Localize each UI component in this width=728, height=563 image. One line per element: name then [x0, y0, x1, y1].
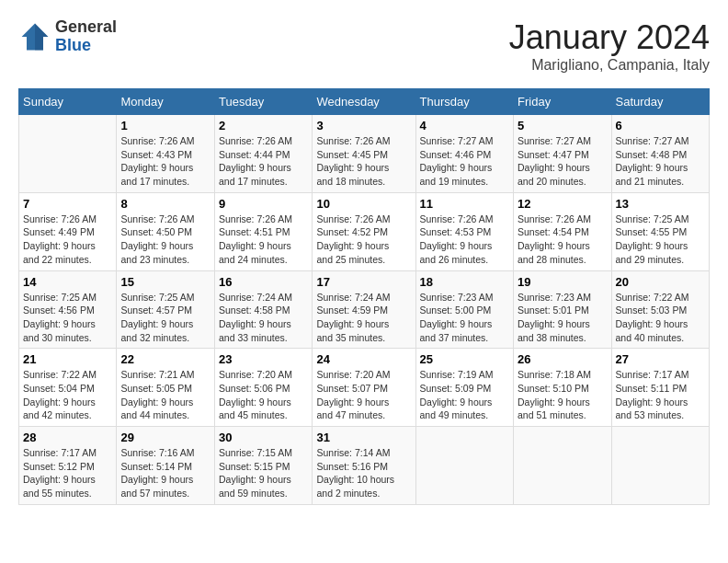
cell-date: 5 [518, 119, 607, 132]
cell-date: 18 [420, 275, 509, 289]
week-row-3: 14Sunrise: 7:25 AMSunset: 4:56 PMDayligh… [19, 270, 710, 349]
cell-date: 15 [120, 275, 210, 289]
cell-info: Sunrise: 7:26 AMSunset: 4:45 PMDaylight:… [316, 134, 411, 189]
calendar-cell: 6Sunrise: 7:27 AMSunset: 4:48 PMDaylight… [611, 115, 710, 193]
cell-info: Sunrise: 7:17 AMSunset: 5:12 PMDaylight:… [23, 446, 112, 500]
cell-date: 2 [219, 119, 308, 132]
calendar-cell: 31Sunrise: 7:14 AMSunset: 5:16 PMDayligh… [313, 427, 415, 505]
cell-date: 3 [316, 119, 411, 132]
calendar-cell: 4Sunrise: 7:27 AMSunset: 4:46 PMDaylight… [415, 115, 513, 193]
calendar-cell: 21Sunrise: 7:22 AMSunset: 5:04 PMDayligh… [19, 349, 117, 427]
calendar-cell: 30Sunrise: 7:15 AMSunset: 5:15 PMDayligh… [214, 427, 312, 505]
cell-date: 11 [420, 197, 509, 211]
calendar-cell: 18Sunrise: 7:23 AMSunset: 5:00 PMDayligh… [415, 270, 513, 349]
cell-info: Sunrise: 7:14 AMSunset: 5:16 PMDaylight:… [316, 446, 411, 500]
cell-date: 31 [316, 431, 411, 444]
cell-info: Sunrise: 7:26 AMSunset: 4:54 PMDaylight:… [518, 213, 607, 267]
cell-date: 8 [120, 197, 210, 211]
cell-date: 16 [219, 275, 308, 289]
calendar-cell: 11Sunrise: 7:26 AMSunset: 4:53 PMDayligh… [415, 192, 513, 270]
cell-info: Sunrise: 7:27 AMSunset: 4:47 PMDaylight:… [518, 134, 607, 189]
cell-date: 24 [316, 352, 411, 366]
cell-info: Sunrise: 7:18 AMSunset: 5:10 PMDaylight:… [518, 368, 607, 422]
calendar-cell: 15Sunrise: 7:25 AMSunset: 4:57 PMDayligh… [117, 270, 214, 349]
calendar-cell: 25Sunrise: 7:19 AMSunset: 5:09 PMDayligh… [415, 349, 513, 427]
cell-info: Sunrise: 7:24 AMSunset: 4:59 PMDaylight:… [316, 291, 411, 345]
logo-text: General Blue [55, 18, 117, 55]
cell-info: Sunrise: 7:17 AMSunset: 5:11 PMDaylight:… [616, 368, 706, 422]
column-header-sunday: Sunday [19, 89, 117, 115]
cell-info: Sunrise: 7:25 AMSunset: 4:55 PMDaylight:… [616, 213, 706, 267]
header-row: SundayMondayTuesdayWednesdayThursdayFrid… [19, 89, 710, 115]
calendar-cell: 9Sunrise: 7:26 AMSunset: 4:51 PMDaylight… [214, 192, 312, 270]
cell-date: 21 [23, 352, 112, 366]
cell-info: Sunrise: 7:26 AMSunset: 4:51 PMDaylight:… [219, 213, 308, 267]
calendar-cell [415, 427, 513, 505]
calendar-cell [19, 115, 117, 193]
calendar-cell: 8Sunrise: 7:26 AMSunset: 4:50 PMDaylight… [117, 192, 214, 270]
calendar-cell: 26Sunrise: 7:18 AMSunset: 5:10 PMDayligh… [514, 349, 611, 427]
column-header-friday: Friday [514, 89, 611, 115]
cell-info: Sunrise: 7:22 AMSunset: 5:03 PMDaylight:… [616, 291, 706, 345]
subtitle: Marigliano, Campania, Italy [509, 57, 710, 74]
cell-info: Sunrise: 7:26 AMSunset: 4:49 PMDaylight:… [23, 213, 112, 267]
calendar-cell: 28Sunrise: 7:17 AMSunset: 5:12 PMDayligh… [19, 427, 117, 505]
cell-info: Sunrise: 7:25 AMSunset: 4:57 PMDaylight:… [120, 291, 210, 345]
cell-info: Sunrise: 7:15 AMSunset: 5:15 PMDaylight:… [219, 446, 308, 500]
cell-info: Sunrise: 7:26 AMSunset: 4:53 PMDaylight:… [420, 213, 509, 267]
calendar-cell: 10Sunrise: 7:26 AMSunset: 4:52 PMDayligh… [313, 192, 415, 270]
cell-date: 22 [120, 352, 210, 366]
logo-blue: Blue [55, 37, 117, 55]
logo-general: General [55, 18, 117, 37]
calendar-cell: 14Sunrise: 7:25 AMSunset: 4:56 PMDayligh… [19, 270, 117, 349]
calendar-cell: 24Sunrise: 7:20 AMSunset: 5:07 PMDayligh… [313, 349, 415, 427]
calendar-cell: 12Sunrise: 7:26 AMSunset: 4:54 PMDayligh… [514, 192, 611, 270]
cell-info: Sunrise: 7:23 AMSunset: 5:00 PMDaylight:… [420, 291, 509, 345]
cell-info: Sunrise: 7:27 AMSunset: 4:48 PMDaylight:… [616, 134, 706, 189]
cell-date: 10 [316, 197, 411, 211]
cell-info: Sunrise: 7:24 AMSunset: 4:58 PMDaylight:… [219, 291, 308, 345]
calendar-cell [514, 427, 611, 505]
calendar-body: 1Sunrise: 7:26 AMSunset: 4:43 PMDaylight… [19, 115, 710, 505]
main-title: January 2024 [509, 18, 710, 57]
cell-info: Sunrise: 7:26 AMSunset: 4:43 PMDaylight:… [120, 134, 210, 189]
cell-info: Sunrise: 7:21 AMSunset: 5:05 PMDaylight:… [120, 368, 210, 422]
calendar-cell: 20Sunrise: 7:22 AMSunset: 5:03 PMDayligh… [611, 270, 710, 349]
week-row-2: 7Sunrise: 7:26 AMSunset: 4:49 PMDaylight… [19, 192, 710, 270]
cell-date: 19 [518, 275, 607, 289]
cell-date: 14 [23, 275, 112, 289]
logo: General Blue [18, 18, 117, 55]
calendar-cell: 22Sunrise: 7:21 AMSunset: 5:05 PMDayligh… [117, 349, 214, 427]
column-header-tuesday: Tuesday [214, 89, 312, 115]
cell-date: 1 [120, 119, 210, 132]
calendar-header: SundayMondayTuesdayWednesdayThursdayFrid… [19, 89, 710, 115]
cell-date: 7 [23, 197, 112, 211]
cell-info: Sunrise: 7:19 AMSunset: 5:09 PMDaylight:… [420, 368, 509, 422]
cell-date: 28 [23, 431, 112, 444]
svg-marker-1 [35, 23, 48, 50]
cell-info: Sunrise: 7:22 AMSunset: 5:04 PMDaylight:… [23, 368, 112, 422]
cell-date: 17 [316, 275, 411, 289]
cell-info: Sunrise: 7:27 AMSunset: 4:46 PMDaylight:… [420, 134, 509, 189]
cell-info: Sunrise: 7:26 AMSunset: 4:44 PMDaylight:… [219, 134, 308, 189]
week-row-4: 21Sunrise: 7:22 AMSunset: 5:04 PMDayligh… [19, 349, 710, 427]
cell-date: 23 [219, 352, 308, 366]
calendar-cell: 23Sunrise: 7:20 AMSunset: 5:06 PMDayligh… [214, 349, 312, 427]
cell-date: 9 [219, 197, 308, 211]
calendar-cell: 2Sunrise: 7:26 AMSunset: 4:44 PMDaylight… [214, 115, 312, 193]
logo-icon [18, 20, 51, 53]
cell-date: 6 [616, 119, 706, 132]
calendar-cell: 16Sunrise: 7:24 AMSunset: 4:58 PMDayligh… [214, 270, 312, 349]
cell-date: 12 [518, 197, 607, 211]
calendar-cell [611, 427, 710, 505]
calendar-cell: 7Sunrise: 7:26 AMSunset: 4:49 PMDaylight… [19, 192, 117, 270]
page-header: General Blue January 2024 Marigliano, Ca… [18, 18, 710, 74]
column-header-monday: Monday [117, 89, 214, 115]
cell-date: 26 [518, 352, 607, 366]
cell-date: 29 [120, 431, 210, 444]
week-row-1: 1Sunrise: 7:26 AMSunset: 4:43 PMDaylight… [19, 115, 710, 193]
calendar-cell: 1Sunrise: 7:26 AMSunset: 4:43 PMDaylight… [117, 115, 214, 193]
cell-date: 4 [420, 119, 509, 132]
calendar-table: SundayMondayTuesdayWednesdayThursdayFrid… [18, 88, 710, 505]
week-row-5: 28Sunrise: 7:17 AMSunset: 5:12 PMDayligh… [19, 427, 710, 505]
